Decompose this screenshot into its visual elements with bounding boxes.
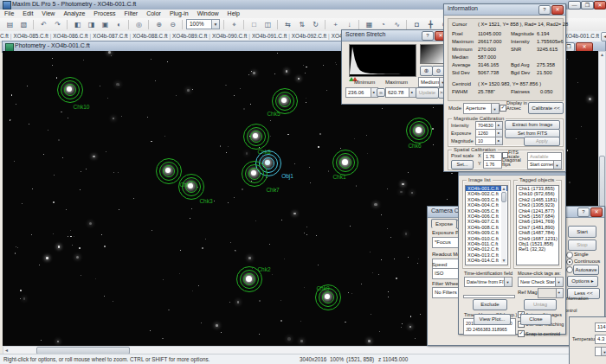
screen-stretch-icon[interactable]: ◧ (71, 19, 84, 31)
file-tab-fragment[interactable]: C.ft (0, 33, 9, 39)
photometry-dialog[interactable]: Photometry Image list XO4b-001.C.ftXO4b-… (458, 163, 566, 335)
magnifier-icon[interactable]: ◎ (132, 19, 145, 31)
tab-expose[interactable]: Expose (431, 219, 457, 228)
plus-icon[interactable]: + (329, 19, 342, 31)
camera-close-button[interactable]: ✕ (590, 208, 603, 217)
spinner-icon[interactable] (495, 137, 502, 144)
chevron-down-icon[interactable] (555, 278, 563, 286)
chevron-down-icon[interactable]: ▼ (211, 20, 219, 29)
calibrate-button[interactable]: Calibrate << (528, 102, 564, 114)
check-star-aperture-ring[interactable] (250, 131, 262, 143)
view-plot-button[interactable]: View Plot... (474, 314, 511, 325)
zoom-level-select[interactable]: 100%▼ (186, 19, 220, 29)
start-button[interactable]: Start (568, 226, 596, 238)
spinner-icon[interactable] (495, 122, 502, 129)
menu-edit[interactable]: Edit (18, 10, 37, 18)
stop-button[interactable]: Stop (568, 239, 596, 251)
information-window[interactable]: Information ? ✕ Cursor ( X= 1521, Y= 858… (443, 3, 566, 172)
pixel-scale-y-field[interactable]: 1.76 (483, 160, 502, 169)
crosshair-icon[interactable]: ⌖ (228, 19, 241, 31)
menu-filter[interactable]: Filter (120, 10, 143, 18)
menu-view[interactable]: View (37, 10, 59, 18)
open-icon[interactable]: ▤ (3, 19, 16, 31)
night-vision-icon[interactable]: ◐ (113, 19, 126, 31)
maximize-button[interactable]: ❐ (581, 1, 594, 10)
set-button[interactable]: Set... (451, 160, 474, 169)
histogram-display[interactable] (349, 44, 416, 77)
information-close-button[interactable]: ✕ (551, 5, 564, 15)
invert-icon[interactable]: ◨ (85, 19, 98, 31)
time-field-select[interactable]: Date/time from FITS (464, 277, 513, 287)
spinner-icon[interactable] (495, 130, 502, 137)
mouse-tags-select[interactable]: New Check Star (518, 277, 564, 287)
tagged-object-item[interactable]: Chk3 (1305,923) (517, 202, 558, 208)
zoom-in-histogram-icon[interactable]: ⊕ (420, 66, 433, 76)
check-star-aperture-ring[interactable] (243, 273, 255, 285)
duplicate-icon[interactable]: ◫ (261, 19, 274, 31)
file-tab[interactable]: XO4b-086.C.ft (53, 33, 87, 39)
minimum-field[interactable]: 236.06 (345, 87, 378, 98)
save-icon[interactable]: ▧ (17, 19, 30, 31)
minimize-button[interactable]: — (568, 1, 581, 10)
close-button[interactable]: ✕ (594, 1, 606, 10)
zoom-out-icon[interactable]: ⊖ (166, 19, 179, 31)
link-icon[interactable]: ∞ (377, 88, 385, 97)
file-tab[interactable]: XO4b-085.C.ft (13, 33, 48, 39)
file-tab[interactable]: XO4b-092.C.ft (292, 33, 326, 39)
menu-help[interactable]: Help (223, 10, 244, 18)
information-title-bar[interactable]: Information ? ✕ (444, 4, 565, 16)
screen-stretch-title-bar[interactable]: Screen Stretch ? ✕ (342, 30, 448, 42)
undo-icon[interactable]: ↶ (37, 19, 50, 31)
snap-to-centroid-checkbox[interactable]: ✓ (518, 330, 525, 337)
zoom-in-icon[interactable]: ⊕ (152, 19, 165, 31)
check-star-aperture-ring[interactable] (248, 168, 261, 180)
tagged-object-item[interactable]: Ref1 (32,32) (517, 246, 558, 252)
check-star-aperture-ring[interactable] (279, 95, 291, 107)
flip-horizontal-icon[interactable]: ⇆ (281, 19, 294, 31)
single-radio[interactable] (566, 252, 573, 259)
check-star-aperture-ring[interactable] (64, 84, 76, 96)
temperature-field[interactable]: 4.3 (595, 335, 606, 344)
screen-stretch-window[interactable]: Screen Stretch ? ✕ ⊕ ⊖ Medium Minimum Ma… (341, 29, 449, 105)
file-tab[interactable]: XO4b-090.C.ft (212, 33, 247, 39)
tagged-object-item[interactable]: Chk8 (1487,784) (517, 230, 558, 235)
camera-help-button[interactable]: ? (577, 208, 590, 217)
information-icon[interactable]: ▣ (99, 19, 112, 31)
rotate-icon[interactable]: ↻ (309, 19, 322, 31)
menu-analyze[interactable]: Analyze (59, 10, 89, 18)
tagged-object-item[interactable]: Chk10 (972,656) (517, 191, 558, 196)
image-list-scrollbar[interactable]: ▲ ▼ (501, 186, 506, 263)
exclude-button[interactable]: Exclude (473, 299, 507, 310)
tagged-objects-list[interactable]: Chk1 (1733,855)Chk10 (972,656)Chk2 (1465… (516, 185, 559, 265)
file-tab[interactable]: XO4b-088.C.ft (132, 33, 167, 39)
magnitude-field[interactable]: 10 (475, 137, 503, 145)
check-star-aperture-ring[interactable] (339, 156, 351, 169)
maximum-field[interactable]: 620.78 (385, 87, 416, 98)
tagged-object-item[interactable]: Chk6 (1941,769) (517, 219, 558, 224)
screen-stretch-help-button[interactable]: ? (422, 31, 434, 41)
file-tab-current[interactable]: - XO4b-001.C.ft ◄► (561, 31, 606, 42)
check-star-aperture-ring[interactable] (322, 291, 334, 303)
menu-plug-in[interactable]: Plug-in (165, 10, 193, 18)
cooler-select[interactable] (595, 347, 606, 356)
menu-process[interactable]: Process (89, 10, 119, 18)
diagonal-flips-select[interactable]: Start corner (527, 160, 562, 169)
tab-prev-arrow[interactable]: ◄ (601, 32, 606, 42)
current-file-tab[interactable]: - XO4b-001.C.ft (561, 33, 599, 39)
spinner-icon[interactable] (409, 88, 416, 97)
close-photometry-button[interactable]: Close (520, 314, 551, 325)
redo-icon[interactable]: ↷ (51, 19, 64, 31)
options-button[interactable]: Options ▸ (567, 276, 598, 287)
file-tab[interactable]: XO4b-091.C.ft (252, 33, 287, 39)
file-tab[interactable]: XO4b-087.C.ft (93, 33, 127, 39)
continuous-label[interactable]: Continuous (574, 259, 600, 264)
autosave-radio[interactable] (566, 266, 573, 273)
file-tab[interactable]: XO4b-089.C.ft (172, 33, 207, 39)
display-in-arcsec-checkbox[interactable]: ✓ (500, 105, 506, 112)
menu-file[interactable]: File (0, 10, 18, 18)
information-help-button[interactable]: ? (538, 5, 551, 15)
chevron-down-icon[interactable] (491, 104, 499, 113)
menu-color[interactable]: Color (142, 10, 165, 18)
menu-window[interactable]: Window (193, 10, 223, 18)
mode-select[interactable]: Aperture (463, 103, 500, 114)
